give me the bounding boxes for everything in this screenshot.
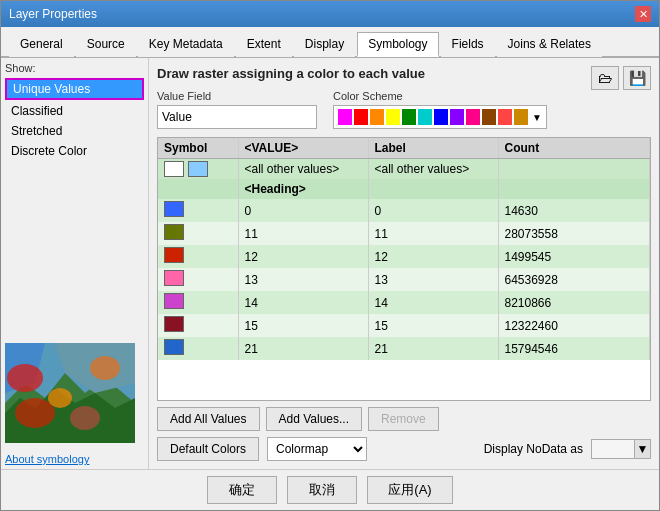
cancel-button[interactable]: 取消 [287,476,357,504]
cell-value: 13 [238,268,368,291]
nodata-row: Display NoData as ▼ [484,439,651,459]
ok-button[interactable]: 确定 [207,476,277,504]
tab-key-metadata[interactable]: Key Metadata [138,32,234,57]
add-values-button[interactable]: Add Values... [266,407,363,431]
table-row[interactable]: 0 0 14630 [158,199,650,222]
cell-label: 15 [368,314,498,337]
color-swatch-blue [188,161,208,177]
colormap-select[interactable]: Colormap [267,437,367,461]
swatch-4 [386,109,400,125]
nodata-box[interactable]: ▼ [591,439,651,459]
cell-symbol [158,291,238,314]
table-row[interactable]: 12 12 1499545 [158,245,650,268]
add-all-values-button[interactable]: Add All Values [157,407,260,431]
swatch-10 [482,109,496,125]
color-scheme-box[interactable]: ▼ [333,105,547,129]
color-scheme-dropdown-icon: ▼ [532,112,542,123]
show-item-stretched[interactable]: Stretched [5,122,144,140]
cell-label: 13 [368,268,498,291]
row-color-14 [164,293,184,309]
bottom-row2: Default Colors Colormap Display NoData a… [157,437,651,461]
cell-value: 11 [238,222,368,245]
cell-value: 14 [238,291,368,314]
default-colors-button[interactable]: Default Colors [157,437,259,461]
table-row[interactable]: 13 13 64536928 [158,268,650,291]
cell-count: 64536928 [498,268,650,291]
field-row: Value Field Value Color Scheme [157,90,651,129]
tabs-bar: General Source Key Metadata Extent Displ… [1,27,659,58]
cell-count: 12322460 [498,314,650,337]
svg-point-9 [90,356,120,380]
cell-symbol [158,222,238,245]
svg-point-5 [48,388,72,408]
cell-label-heading [368,179,498,199]
color-scheme-group: Color Scheme ▼ [333,90,547,129]
swatch-8 [450,109,464,125]
table-row[interactable]: 14 14 8210866 [158,291,650,314]
cell-symbol [158,337,238,360]
cell-label: 14 [368,291,498,314]
main-content: Show: Unique Values Classified Stretched… [1,58,659,469]
window-title: Layer Properties [9,7,97,21]
tab-display[interactable]: Display [294,32,355,57]
cell-symbol [158,268,238,291]
tab-source[interactable]: Source [76,32,136,57]
table-row-heading[interactable]: <Heading> [158,179,650,199]
cell-symbol-heading [158,179,238,199]
table-row[interactable]: 11 11 28073558 [158,222,650,245]
colormap-row: Default Colors Colormap [157,437,367,461]
layer-properties-window: Layer Properties ✕ General Source Key Me… [0,0,660,511]
cell-symbol [158,199,238,222]
show-item-discrete-color[interactable]: Discrete Color [5,142,144,160]
title-bar: Layer Properties ✕ [1,1,659,27]
svg-point-8 [7,364,43,392]
values-table-container: Symbol <VALUE> Label Count [157,137,651,401]
row-color-21 [164,339,184,355]
remove-button[interactable]: Remove [368,407,439,431]
swatch-2 [354,109,368,125]
show-item-classified[interactable]: Classified [5,102,144,120]
svg-point-4 [70,406,100,430]
cell-count-heading [498,179,650,199]
tab-general[interactable]: General [9,32,74,57]
apply-button[interactable]: 应用(A) [367,476,452,504]
value-field-select[interactable]: Value [157,105,317,129]
save-icon-btn[interactable]: 💾 [623,66,651,90]
swatch-3 [370,109,384,125]
show-item-unique-values[interactable]: Unique Values [5,78,144,100]
load-icon-btn[interactable]: 🗁 [591,66,619,90]
value-field-label: Value Field [157,90,317,102]
color-scheme-label: Color Scheme [333,90,547,102]
row-color-11 [164,224,184,240]
cell-value: 0 [238,199,368,222]
table-row-all-other[interactable]: <all other values> <all other values> [158,159,650,180]
tab-extent[interactable]: Extent [236,32,292,57]
row-color-13 [164,270,184,286]
map-preview [5,343,135,443]
close-button[interactable]: ✕ [635,6,651,22]
cell-value-heading: <Heading> [238,179,368,199]
cell-count-all-other [498,159,650,180]
values-table: Symbol <VALUE> Label Count [158,138,650,360]
cell-label: 11 [368,222,498,245]
tab-joins-relates[interactable]: Joins & Relates [497,32,602,57]
values-table-scroll[interactable]: Symbol <VALUE> Label Count [158,138,650,400]
table-row[interactable]: 21 21 15794546 [158,337,650,360]
left-panel: Show: Unique Values Classified Stretched… [1,58,149,469]
cell-symbol-all-other [158,159,238,180]
swatch-9 [466,109,480,125]
value-field-group: Value Field Value [157,90,317,129]
swatch-1 [338,109,352,125]
tab-fields[interactable]: Fields [441,32,495,57]
cell-value: 15 [238,314,368,337]
cell-count: 15794546 [498,337,650,360]
tab-symbology[interactable]: Symbology [357,32,438,57]
cell-symbol [158,314,238,337]
nodata-label: Display NoData as [484,442,583,456]
cell-label: 12 [368,245,498,268]
about-symbology-link[interactable]: About symbology [5,453,144,465]
cell-label: 21 [368,337,498,360]
bottom-buttons-row1: Add All Values Add Values... Remove [157,407,651,431]
nodata-dropdown-icon[interactable]: ▼ [634,440,650,458]
table-row[interactable]: 15 15 12322460 [158,314,650,337]
